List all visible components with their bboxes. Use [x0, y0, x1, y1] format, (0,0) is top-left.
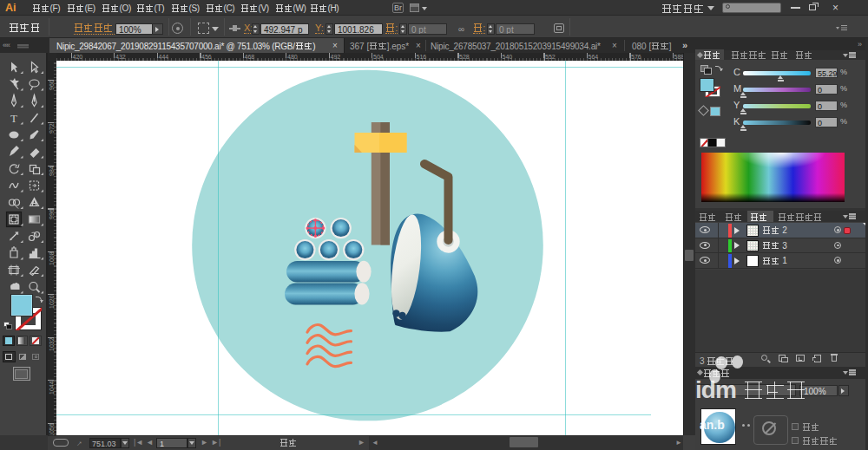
svg-text:T: T [10, 112, 17, 125]
